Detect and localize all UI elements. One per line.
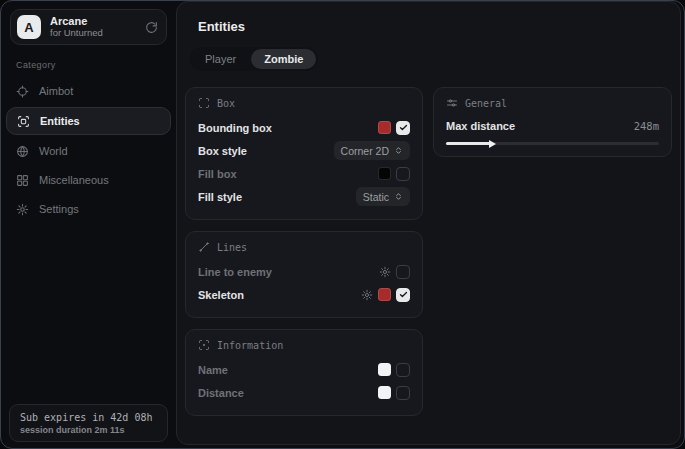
globe-icon — [16, 145, 29, 158]
line-to-enemy-checkbox[interactable] — [396, 265, 410, 279]
setting-row: Bounding box — [198, 116, 410, 139]
box-card: Box Bounding box Box style — [185, 87, 423, 220]
fill-style-dropdown[interactable]: Static — [356, 187, 410, 206]
sidebar: A Arcane for Unturned Category Aimbot — [1, 1, 176, 448]
setting-row: Box style Corner 2D — [198, 139, 410, 162]
setting-label: Fill box — [198, 168, 237, 180]
sidebar-item-settings[interactable]: Settings — [1, 195, 176, 223]
information-card: Information Name Distance — [185, 329, 423, 416]
sidebar-item-aimbot[interactable]: Aimbot — [1, 77, 176, 105]
grid-icon — [16, 174, 29, 187]
sidebar-item-world[interactable]: World — [1, 137, 176, 165]
brand-card: A Arcane for Unturned — [10, 9, 167, 45]
color-swatch[interactable] — [378, 288, 391, 301]
sidebar-item-miscellaneous[interactable]: Miscellaneous — [1, 166, 176, 194]
sidebar-item-label: Settings — [39, 203, 79, 215]
sidebar-item-label: Aimbot — [39, 85, 73, 97]
setting-label: Line to enemy — [198, 266, 272, 278]
distance-checkbox[interactable] — [396, 386, 410, 400]
scan-box-icon — [17, 115, 30, 128]
entity-tabs: Player Zombie — [190, 47, 318, 71]
name-checkbox[interactable] — [396, 363, 410, 377]
app-window: A Arcane for Unturned Category Aimbot — [0, 0, 685, 449]
gear-icon — [16, 203, 29, 216]
slider-thumb[interactable] — [489, 140, 496, 148]
tab-zombie[interactable]: Zombie — [251, 49, 316, 69]
setting-label: Name — [198, 364, 228, 376]
chevrons-up-down-icon — [394, 146, 403, 155]
refresh-icon[interactable] — [145, 21, 158, 34]
card-title: Information — [217, 340, 283, 351]
skeleton-checkbox[interactable] — [396, 288, 410, 302]
setting-row: Distance — [198, 381, 410, 404]
diagonal-line-icon — [198, 241, 210, 253]
dropdown-value: Static — [363, 191, 389, 203]
sliders-icon — [446, 97, 458, 109]
color-swatch[interactable] — [378, 121, 391, 134]
setting-label: Bounding box — [198, 122, 272, 134]
scan-corners-icon — [198, 97, 210, 109]
box-style-dropdown[interactable]: Corner 2D — [334, 141, 410, 160]
max-distance-label: Max distance — [446, 120, 515, 132]
subscription-info: Sub expires in 42d 08h session duration … — [9, 404, 168, 442]
sidebar-item-label: Miscellaneous — [39, 174, 109, 186]
app-title: Arcane — [50, 15, 136, 28]
crosshair-icon — [16, 85, 29, 98]
app-subtitle: for Unturned — [50, 28, 136, 39]
card-title: Box — [217, 98, 235, 109]
card-title: General — [465, 98, 507, 109]
setting-row: Skeleton — [198, 283, 410, 306]
sidebar-item-label: World — [39, 145, 68, 157]
setting-row: Line to enemy — [198, 260, 410, 283]
setting-label: Skeleton — [198, 289, 244, 301]
category-label: Category — [16, 60, 176, 70]
color-swatch[interactable] — [378, 386, 391, 399]
main-panel: Entities Player Zombie Box Bounding box — [176, 1, 681, 445]
bounding-box-checkbox[interactable] — [396, 121, 410, 135]
color-swatch[interactable] — [378, 363, 391, 376]
color-swatch[interactable] — [378, 167, 391, 180]
dropdown-value: Corner 2D — [341, 145, 389, 157]
tab-player[interactable]: Player — [192, 49, 249, 69]
page-title: Entities — [177, 2, 680, 34]
line-settings-gear-icon[interactable] — [379, 266, 391, 278]
max-distance-value: 248m — [634, 120, 659, 132]
sidebar-nav: Aimbot Entities World Miscellaneous — [1, 77, 176, 223]
slider-fill — [446, 142, 491, 145]
session-duration-text: session duration 2m 11s — [20, 425, 157, 435]
setting-row: Fill box — [198, 162, 410, 185]
lines-card: Lines Line to enemy Skeleton — [185, 231, 423, 318]
setting-row: Fill style Static — [198, 185, 410, 208]
setting-label: Fill style — [198, 191, 242, 203]
fill-box-checkbox[interactable] — [396, 167, 410, 181]
setting-row: Name — [198, 358, 410, 381]
scan-dot-icon — [198, 339, 210, 351]
sidebar-item-label: Entities — [40, 115, 80, 127]
general-card: General Max distance 248m — [433, 87, 672, 157]
card-title: Lines — [217, 242, 247, 253]
app-logo: A — [17, 15, 41, 39]
sidebar-item-entities[interactable]: Entities — [6, 107, 171, 135]
setting-label: Distance — [198, 387, 244, 399]
chevrons-up-down-icon — [394, 192, 403, 201]
skeleton-settings-gear-icon[interactable] — [361, 289, 373, 301]
sub-expiry-text: Sub expires in 42d 08h — [20, 412, 157, 423]
setting-label: Box style — [198, 145, 247, 157]
max-distance-slider[interactable] — [446, 142, 659, 145]
